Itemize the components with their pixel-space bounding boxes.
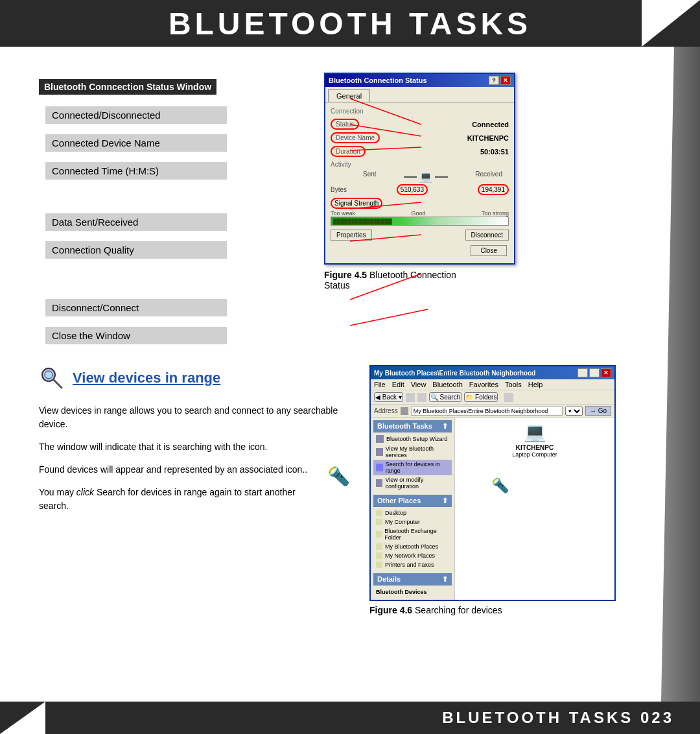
address-icon: [401, 407, 408, 415]
sidebar-item-services[interactable]: View My Bluetooth services: [373, 444, 452, 460]
figure-4-6-text: Searching for devices: [415, 605, 502, 615]
bt-too-weak: Too weak: [331, 210, 355, 217]
bt-win2-minimize[interactable]: _: [578, 368, 588, 377]
bt-small-icon: 🔦: [491, 477, 611, 494]
bt-window-titlebar: Bluetooth Connection Status ? ✕: [325, 74, 514, 87]
figure-4-5-num: Figure 4.5: [324, 270, 367, 280]
bt-bytes-row: Bytes 510,633 194,391: [331, 184, 509, 195]
menu-file[interactable]: File: [374, 381, 386, 388]
menu-favorites[interactable]: Favorites: [469, 381, 498, 388]
bt-bytes-recv: 194,391: [478, 184, 509, 195]
menu-bluetooth[interactable]: Bluetooth: [432, 381, 462, 388]
bt-device-entry: 💻 KITCHENPC Laptop Computer: [459, 421, 611, 458]
bt-connection-status-window: Bluetooth Connection Status ? ✕ General …: [324, 73, 515, 265]
sidebar-item-search[interactable]: Search for devices in range: [373, 460, 452, 475]
bt-window-help-btn[interactable]: ?: [489, 76, 499, 85]
bt-activity-header: Activity: [331, 161, 509, 168]
bt-too-strong: Too strong: [482, 210, 509, 217]
bt-win2-close[interactable]: ✕: [601, 368, 611, 377]
bt-laptop-icon: 💻: [419, 171, 432, 183]
bt-bytes-label: Bytes: [331, 186, 347, 193]
bt-device-row: Device Name KITCHENPC: [331, 132, 509, 143]
sidebar-icon-2: [376, 448, 383, 456]
bt-tabs: General: [325, 87, 514, 102]
sidebar-icon-3: [376, 464, 383, 471]
label-close-window: Close the Window: [45, 327, 227, 344]
bt-tab-general[interactable]: General: [328, 89, 370, 102]
bt-window-title: Bluetooth Connection Status: [329, 77, 427, 84]
menu-help[interactable]: Help: [528, 381, 543, 388]
toolbar-back[interactable]: ◀ Back ▾: [374, 392, 403, 402]
toolbar-icon2: [417, 393, 426, 402]
bt-toolbar: ◀ Back ▾ 🔍 Search 📁 Folders: [371, 390, 614, 405]
sidebar-item-desktop[interactable]: Desktop: [373, 508, 452, 517]
bt-close-btn[interactable]: Close: [471, 245, 507, 256]
figure-4-6-num: Figure 4.6: [369, 605, 412, 615]
footer-title: Bluetooth Tasks 023: [442, 709, 700, 727]
toolbar-folders[interactable]: 📁 Folders: [464, 392, 498, 402]
view-devices-link-text[interactable]: View devices in range: [73, 370, 220, 386]
click-italic: click: [76, 487, 94, 497]
bt-content-area: 💻 KITCHENPC Laptop Computer 🔦: [455, 418, 614, 600]
bt-device-value: KITCHENPC: [467, 134, 509, 142]
sidebar-section-details: Details ⬆: [373, 573, 452, 586]
sidebar-item-network[interactable]: My Network Places: [373, 551, 452, 560]
sidebar-item-bt-places[interactable]: My Bluetooth Places: [373, 542, 452, 551]
toolbar-icon1: [406, 393, 415, 402]
sidebar-icon-1: [376, 435, 384, 443]
bt-window2-titlebar: My Bluetooth Places\Entire Bluetooth Nei…: [371, 366, 614, 379]
bt-signal-row: Signal Strength Too weak Good Too strong…: [331, 198, 509, 226]
figure-4-6-caption: Figure 4.6 Searching for devices: [369, 605, 648, 615]
view-devices-link-row[interactable]: View devices in range: [39, 365, 350, 391]
bt-sidebar: Bluetooth Tasks ⬆ Bluetooth Setup Wizard…: [371, 418, 455, 600]
bt-disconnect-btn[interactable]: Disconnect: [465, 230, 509, 241]
bt-status-oval: Status: [331, 119, 359, 130]
sidebar-item-bt-exchange[interactable]: Bluetooth Exchange Folder: [373, 527, 452, 542]
bottom-section: View devices in range View devices in ra…: [39, 365, 648, 615]
sidebar-item-setup[interactable]: Bluetooth Setup Wizard: [373, 434, 452, 444]
bt-duration-value: 50:03:51: [480, 148, 509, 156]
bt-main-area: Bluetooth Tasks ⬆ Bluetooth Setup Wizard…: [371, 418, 614, 600]
bluetooth-device-icon: 🔦: [327, 463, 350, 490]
menu-tools[interactable]: Tools: [505, 381, 522, 388]
desc-para-2: The window will indicate that it is sear…: [39, 440, 350, 454]
bt-status-value: Connected: [472, 121, 509, 128]
desc-para-4: You may click Search for devices in rang…: [39, 486, 350, 513]
bt-window-close-btn[interactable]: ✕: [500, 76, 511, 85]
menu-view[interactable]: View: [411, 381, 426, 388]
bt-bytes-sent: 510,633: [397, 184, 428, 195]
toolbar-search[interactable]: 🔍 Search: [429, 392, 461, 402]
label-connected-device-name: Connected Device Name: [45, 134, 227, 152]
bt-address-bar: Address My Bluetooth Places\Entire Bluet…: [371, 405, 614, 418]
svg-line-6: [350, 309, 428, 326]
bt-signal-scale: Too weak Good Too strong: [331, 210, 509, 217]
bt-window2-title: My Bluetooth Places\Entire Bluetooth Nei…: [374, 370, 535, 377]
svg-point-8: [45, 371, 52, 379]
magnifier-icon: [39, 365, 65, 391]
figure-4-5-caption: Figure 4.5 Bluetooth Connection Status: [324, 270, 467, 290]
bt-connection-header: Connection: [331, 108, 509, 115]
bt-properties-btn[interactable]: Properties: [331, 230, 372, 241]
sidebar-item-printers[interactable]: Printers and Faxes: [373, 560, 452, 569]
sidebar-item-mycomputer[interactable]: My Computer: [373, 517, 452, 527]
bt-duration-row: Duration 50:03:51: [331, 146, 509, 157]
desc-para-1: View devices in range allows you to sear…: [39, 404, 350, 431]
bt-menubar: File Edit View Bluetooth Favorites Tools…: [371, 379, 614, 390]
label-data-sent-received: Data Sent/Received: [45, 213, 227, 231]
address-dropdown[interactable]: ▾: [565, 407, 583, 416]
svg-line-9: [53, 379, 62, 388]
sidebar-section-other: Other Places ⬆: [373, 495, 452, 507]
address-go-btn[interactable]: → Go: [585, 406, 611, 416]
bt-window-controls: ? ✕: [489, 76, 511, 85]
bt-signal-bar: ████████████████: [331, 217, 509, 226]
bt-window2: My Bluetooth Places\Entire Bluetooth Nei…: [369, 365, 616, 601]
page-footer: Bluetooth Tasks 023: [0, 702, 700, 734]
sidebar-details-text: Bluetooth Devices: [373, 587, 452, 597]
label-disconnect-connect: Disconnect/Connect: [45, 299, 227, 316]
menu-edit[interactable]: Edit: [392, 381, 404, 388]
bt-received-label: Received: [475, 171, 509, 183]
sidebar-item-config[interactable]: View or modify configuration: [373, 475, 452, 491]
bt-win2-maximize[interactable]: □: [589, 368, 600, 377]
bt-device-type: Laptop Computer: [512, 451, 557, 458]
bt-address-value: My Bluetooth Places\Entire Bluetooth Nei…: [411, 407, 563, 416]
